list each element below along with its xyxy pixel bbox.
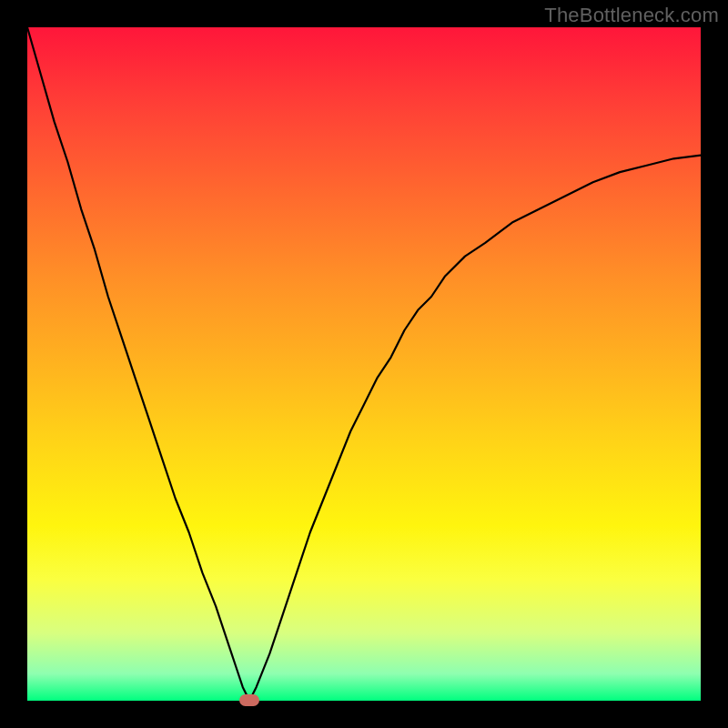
min-marker [239,694,259,706]
watermark-text: TheBottleneck.com [544,4,719,27]
bottleneck-curve [27,27,701,701]
curve-path [27,27,701,701]
plot-area [27,27,701,701]
chart-frame: TheBottleneck.com [0,0,728,728]
